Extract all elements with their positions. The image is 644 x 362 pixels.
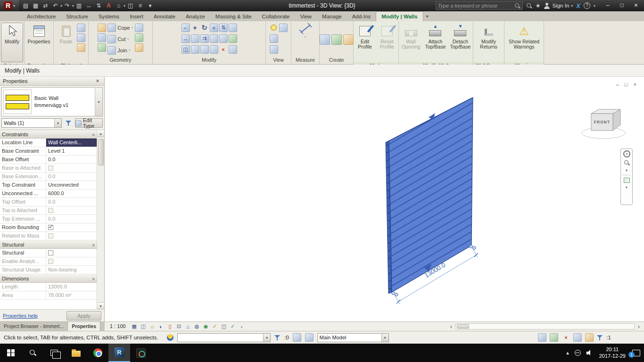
lock-3d-view-icon[interactable]: ◍ (193, 323, 201, 330)
status-toggle-icon-2[interactable] (305, 333, 314, 342)
edit-profile-button[interactable]: Edit Profile (355, 23, 375, 62)
viewcube[interactable]: FRONT (582, 109, 625, 139)
modify-returns-button[interactable]: Modify Returns (476, 23, 502, 62)
app-taskbar-button[interactable] (130, 344, 152, 362)
properties-filter-button[interactable] (63, 118, 74, 128)
filter-icon[interactable] (597, 335, 603, 341)
expand-view-bar-icon[interactable]: ‹ (238, 323, 246, 330)
help-dropdown-icon[interactable]: ▾ (594, 4, 595, 8)
design-options-dropdown[interactable]: Main Model ▾ (317, 333, 389, 342)
mirror-icon[interactable]: ◫ (182, 45, 190, 54)
enable-analytical-checkbox[interactable] (48, 259, 53, 264)
text-note-icon[interactable]: A (104, 1, 114, 10)
section-constraints[interactable]: Constraints« (0, 130, 97, 139)
taskbar-search-button[interactable] (22, 344, 43, 362)
trim-corner-icon[interactable]: ≡ (210, 24, 218, 32)
scrollbar-thumb[interactable] (457, 324, 469, 329)
default-3d-view-icon[interactable]: ⌂ (114, 1, 124, 10)
show-crop-region-icon[interactable]: ⌂ (184, 323, 192, 330)
chrome-button[interactable] (87, 344, 108, 362)
room-bounding-checkbox[interactable] (48, 225, 53, 230)
top-constraint-value[interactable]: Unconnected (46, 181, 97, 189)
task-view-button[interactable] (43, 344, 65, 362)
properties-help-link[interactable]: Properties help (3, 313, 38, 319)
view-restore-icon[interactable]: □ (625, 82, 628, 87)
split-with-gap-icon[interactable] (219, 34, 228, 43)
section-structural[interactable]: Structural« (0, 240, 97, 249)
tab-annotate[interactable]: Annotate (149, 12, 181, 21)
ribbon-display-toggle-icon[interactable]: ▾ (426, 12, 429, 21)
crop-view-icon[interactable]: ⊡ (175, 323, 183, 330)
linework-icon[interactable] (279, 24, 288, 32)
search-input[interactable] (438, 3, 512, 8)
top-attached-checkbox[interactable] (48, 208, 53, 213)
reset-profile-button[interactable]: Reset Profile (377, 23, 397, 62)
hide-element-icon[interactable] (270, 34, 278, 43)
tab-collaborate[interactable]: Collaborate (257, 12, 295, 21)
save-icon[interactable]: ▦ (31, 1, 41, 10)
scroll-right-icon[interactable]: › (636, 323, 642, 330)
scrollbar-thumb[interactable] (98, 139, 104, 165)
create-group-icon[interactable] (320, 34, 330, 45)
array-icon[interactable]: ⇉ (200, 34, 209, 43)
network-icon[interactable] (575, 350, 581, 356)
cope-button[interactable]: Cope▾ (107, 23, 133, 33)
maximize-button[interactable]: □ (615, 0, 629, 11)
scroll-up-icon[interactable]: ▴ (97, 130, 104, 137)
edit-witness-icon[interactable] (229, 45, 237, 54)
customize-qat-icon[interactable]: ▾ (145, 1, 155, 10)
application-menu-button[interactable]: R ▾ (0, 0, 19, 11)
type-selector-dropdown-icon[interactable]: ▾ (95, 88, 102, 116)
tab-properties[interactable]: Properties (68, 322, 100, 331)
close-button[interactable]: × (629, 0, 643, 11)
close-icon[interactable]: × (94, 78, 101, 84)
override-graphics-icon[interactable] (270, 45, 278, 54)
hidden-icons-chevron-icon[interactable]: ▴ (566, 350, 569, 356)
help-icon[interactable]: ? (584, 2, 590, 9)
unpin-icon[interactable] (229, 24, 237, 32)
redo-icon[interactable]: ↷ (62, 1, 72, 10)
start-button[interactable] (0, 344, 22, 362)
align-icon[interactable]: ⌐ (182, 24, 190, 32)
section-dimensions[interactable]: Dimensions« (0, 274, 97, 283)
tab-project-browser[interactable]: Project Browser - timmert... (0, 322, 68, 331)
join-button[interactable]: Join▾ (107, 45, 133, 55)
base-constraint-value[interactable]: Level 1 (46, 147, 97, 155)
pick-new-host-icon[interactable] (229, 34, 237, 43)
aligned-dimension-icon[interactable]: ⇅ (94, 1, 104, 10)
revit-taskbar-button[interactable]: R (108, 344, 130, 362)
copy-to-clipboard-icon[interactable] (77, 33, 85, 42)
horizontal-scrollbar[interactable] (455, 323, 635, 329)
selection-filter-dropdown[interactable]: Walls (1) ▾ (1, 118, 62, 128)
sync-icon[interactable]: ⇄ (41, 1, 50, 10)
communication-center-icon[interactable] (526, 3, 532, 9)
minimize-button[interactable]: – (601, 0, 615, 11)
tab-manage[interactable]: Manage (317, 12, 347, 21)
paste-button[interactable]: Paste (57, 23, 75, 62)
zoom-icon[interactable] (624, 160, 630, 166)
structural-checkbox[interactable] (48, 250, 53, 255)
beam-joins-icon[interactable] (135, 33, 143, 42)
temporary-hide-isolate-icon[interactable]: ◉ (202, 323, 210, 330)
cut-to-clipboard-icon[interactable] (77, 24, 85, 32)
properties-button[interactable]: Properties (27, 23, 51, 62)
reveal-hidden-icon[interactable] (270, 24, 278, 32)
apply-button[interactable]: Apply (66, 311, 101, 321)
edit-type-button[interactable]: Edit Type (75, 118, 103, 128)
drawing-area[interactable]: 13000.0 FRONT – □ × ▾ ▾ (105, 77, 644, 321)
section-icon[interactable]: ◫ (125, 1, 135, 10)
sign-in-button[interactable]: Sign In ▾ (544, 3, 573, 9)
palette-title-bar[interactable]: Properties × (0, 77, 104, 86)
print-icon[interactable]: ▥ (74, 1, 84, 10)
shadows-icon[interactable]: ◐ (157, 323, 165, 330)
worksharing-icon[interactable] (167, 334, 173, 341)
editable-only-icon[interactable] (538, 333, 546, 342)
tab-massing-site[interactable]: Massing & Site (210, 12, 257, 21)
wall-joins-icon[interactable] (135, 24, 143, 32)
scroll-left-icon[interactable]: ‹ (448, 323, 454, 330)
paint-icon[interactable] (98, 43, 106, 52)
measure-button[interactable]: ▾ (299, 23, 312, 39)
move-icon[interactable]: + (191, 24, 199, 32)
thin-lines-icon[interactable]: ≡ (135, 1, 145, 10)
press-drag-icon[interactable]: × (561, 333, 570, 342)
